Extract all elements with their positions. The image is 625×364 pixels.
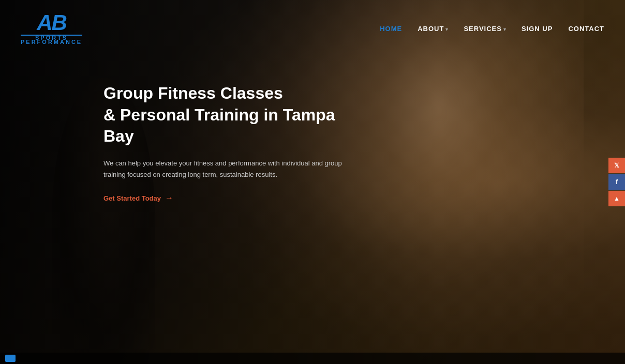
bottom-icon — [5, 355, 16, 362]
social-sidebar: 𝕏 f ▲ — [608, 158, 625, 206]
services-dropdown-icon: ▾ — [503, 26, 506, 32]
twitter-icon: 𝕏 — [614, 162, 619, 169]
about-dropdown-icon: ▾ — [445, 26, 448, 32]
logo-letters: AB — [37, 12, 66, 34]
social-instagram-button[interactable]: ▲ — [608, 191, 625, 206]
nav-link-services[interactable]: SERVICES — [464, 25, 502, 33]
cta-arrow-icon: → — [165, 193, 173, 203]
social-twitter-button[interactable]: 𝕏 — [608, 158, 625, 173]
navbar: AB SPORTS PERFORMANCE HOME ABOUT▾ SERVIC… — [0, 0, 625, 57]
nav-item-contact[interactable]: CONTACT — [568, 24, 604, 33]
nav-links: HOME ABOUT▾ SERVICES▾ SIGN UP CONTACT — [380, 24, 604, 33]
hero-content: Group Fitness Classes & Personal Trainin… — [103, 83, 352, 203]
hero-description: We can help you elevate your fitness and… — [103, 158, 352, 180]
nav-item-home[interactable]: HOME — [380, 24, 402, 33]
facebook-icon: f — [616, 178, 618, 186]
bottom-bar — [0, 353, 625, 364]
nav-link-home[interactable]: HOME — [380, 25, 402, 33]
nav-link-contact[interactable]: CONTACT — [568, 25, 604, 33]
hero-title: Group Fitness Classes & Personal Trainin… — [103, 83, 352, 147]
cta-button[interactable]: Get Started Today → — [103, 193, 173, 203]
nav-item-services[interactable]: SERVICES▾ — [464, 24, 506, 33]
instagram-icon: ▲ — [614, 195, 620, 202]
nav-link-about[interactable]: ABOUT — [418, 25, 444, 33]
logo-subtitle-performance: PERFORMANCE — [21, 39, 82, 45]
hero-title-line1: Group Fitness Classes — [103, 84, 283, 102]
nav-item-signup[interactable]: SIGN UP — [522, 24, 553, 33]
nav-item-about[interactable]: ABOUT▾ — [418, 24, 448, 33]
cta-label: Get Started Today — [103, 194, 161, 202]
logo[interactable]: AB SPORTS PERFORMANCE — [21, 12, 82, 45]
hero-title-line2: & Personal Training in Tampa Bay — [103, 105, 335, 146]
nav-link-signup[interactable]: SIGN UP — [522, 25, 553, 33]
social-facebook-button[interactable]: f — [608, 174, 625, 190]
